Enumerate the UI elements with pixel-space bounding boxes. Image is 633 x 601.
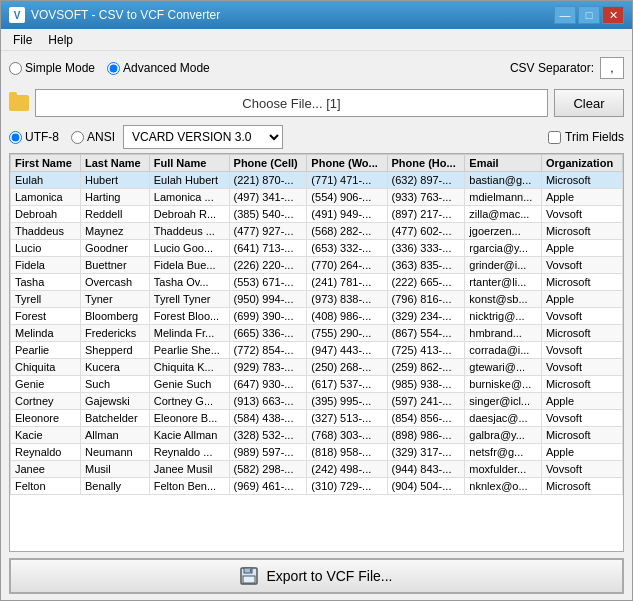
table-cell: (617) 537-...	[307, 376, 387, 393]
table-row[interactable]: DebroahReddellDebroah R...(385) 540-...(…	[11, 206, 623, 223]
folder-icon[interactable]	[9, 95, 29, 111]
table-cell: Benally	[81, 478, 150, 495]
table-row[interactable]: ForestBloombergForest Bloo...(699) 390-.…	[11, 308, 623, 325]
table-cell: Reddell	[81, 206, 150, 223]
table-cell: Reynaldo	[11, 444, 81, 461]
table-cell: Goodner	[81, 240, 150, 257]
table-cell: (904) 504-...	[387, 478, 465, 495]
data-table-container[interactable]: First Name Last Name Full Name Phone (Ce…	[9, 153, 624, 552]
trim-fields-checkbox[interactable]	[548, 131, 561, 144]
table-row[interactable]: FidelaBuettnerFidela Bue...(226) 220-...…	[11, 257, 623, 274]
table-cell: jgoerzen...	[465, 223, 542, 240]
table-row[interactable]: JaneeMusilJanee Musil(582) 298-...(242) …	[11, 461, 623, 478]
table-cell: Eleonore	[11, 410, 81, 427]
ansi-label[interactable]: ANSI	[71, 130, 115, 144]
table-row[interactable]: ReynaldoNeumannReynaldo ...(989) 597-...…	[11, 444, 623, 461]
table-cell: Tyrell Tyner	[149, 291, 229, 308]
table-row[interactable]: LucioGoodnerLucio Goo...(641) 713-...(65…	[11, 240, 623, 257]
table-cell: (897) 217-...	[387, 206, 465, 223]
table-cell: Vovsoft	[541, 461, 622, 478]
menu-file[interactable]: File	[5, 31, 40, 49]
table-cell: (477) 927-...	[229, 223, 307, 240]
table-cell: Fidela	[11, 257, 81, 274]
table-cell: Debroah R...	[149, 206, 229, 223]
table-row[interactable]: ThaddeusMaynezThaddeus ...(477) 927-...(…	[11, 223, 623, 240]
table-cell: (818) 958-...	[307, 444, 387, 461]
menu-help[interactable]: Help	[40, 31, 81, 49]
table-cell: Tasha Ov...	[149, 274, 229, 291]
vcard-version-select[interactable]: VCARD VERSION 3.0	[123, 125, 283, 149]
export-button[interactable]: Export to VCF File...	[9, 558, 624, 594]
table-cell: corrada@i...	[465, 342, 542, 359]
table-cell: (329) 234-...	[387, 308, 465, 325]
advanced-mode-radio[interactable]	[107, 62, 120, 75]
table-cell: (221) 870-...	[229, 172, 307, 189]
table-cell: (725) 413-...	[387, 342, 465, 359]
utf8-label[interactable]: UTF-8	[9, 130, 59, 144]
table-row[interactable]: KacieAllmanKacie Allman(328) 532-...(768…	[11, 427, 623, 444]
table-cell: Vovsoft	[541, 206, 622, 223]
svg-rect-2	[243, 576, 255, 583]
table-cell: Apple	[541, 189, 622, 206]
table-row[interactable]: EulahHubertEulah Hubert(221) 870-...(771…	[11, 172, 623, 189]
table-cell: Apple	[541, 291, 622, 308]
table-row[interactable]: FeltonBenallyFelton Ben...(969) 461-...(…	[11, 478, 623, 495]
table-cell: Thaddeus	[11, 223, 81, 240]
table-row[interactable]: EleonoreBatchelderEleonore B...(584) 438…	[11, 410, 623, 427]
table-row[interactable]: GenieSuchGenie Such(647) 930-...(617) 53…	[11, 376, 623, 393]
table-cell: (641) 713-...	[229, 240, 307, 257]
table-cell: (408) 986-...	[307, 308, 387, 325]
table-cell: burniske@...	[465, 376, 542, 393]
table-row[interactable]: ChiquitaKuceraChiquita K...(929) 783-...…	[11, 359, 623, 376]
table-cell: gtewari@...	[465, 359, 542, 376]
col-phone-cell: Phone (Cell)	[229, 155, 307, 172]
table-cell: Fidela Bue...	[149, 257, 229, 274]
table-row[interactable]: TyrellTynerTyrell Tyner(950) 994-...(973…	[11, 291, 623, 308]
table-cell: Forest	[11, 308, 81, 325]
table-cell: (259) 862-...	[387, 359, 465, 376]
options-row: UTF-8 ANSI VCARD VERSION 3.0 Trim Fields	[1, 121, 632, 153]
advanced-mode-label[interactable]: Advanced Mode	[107, 61, 210, 75]
minimize-button[interactable]: —	[554, 6, 576, 24]
table-row[interactable]: CortneyGajewskiCortney G...(913) 663-...…	[11, 393, 623, 410]
table-cell: (929) 783-...	[229, 359, 307, 376]
col-org: Organization	[541, 155, 622, 172]
table-row[interactable]: TashaOvercashTasha Ov...(553) 671-...(24…	[11, 274, 623, 291]
table-cell: Tasha	[11, 274, 81, 291]
ansi-radio[interactable]	[71, 131, 84, 144]
close-button[interactable]: ✕	[602, 6, 624, 24]
col-phone-work: Phone (Wo...	[307, 155, 387, 172]
table-cell: (699) 390-...	[229, 308, 307, 325]
utf8-radio[interactable]	[9, 131, 22, 144]
table-cell: Melinda	[11, 325, 81, 342]
table-row[interactable]: LamonicaHartingLamonica ...(497) 341-...…	[11, 189, 623, 206]
table-cell: Felton Ben...	[149, 478, 229, 495]
table-row[interactable]: MelindaFredericksMelinda Fr...(665) 336-…	[11, 325, 623, 342]
simple-mode-radio[interactable]	[9, 62, 22, 75]
maximize-button[interactable]: □	[578, 6, 600, 24]
table-cell: (497) 341-...	[229, 189, 307, 206]
clear-button[interactable]: Clear	[554, 89, 624, 117]
table-cell: Janee Musil	[149, 461, 229, 478]
table-cell: Such	[81, 376, 150, 393]
table-cell: Kucera	[81, 359, 150, 376]
title-bar: V VOVSOFT - CSV to VCF Converter — □ ✕	[1, 1, 632, 29]
table-cell: Batchelder	[81, 410, 150, 427]
table-cell: (310) 729-...	[307, 478, 387, 495]
table-cell: (385) 540-...	[229, 206, 307, 223]
table-cell: (768) 303-...	[307, 427, 387, 444]
table-cell: Allman	[81, 427, 150, 444]
table-row[interactable]: PearlieShepperdPearlie She...(772) 854-.…	[11, 342, 623, 359]
table-cell: galbra@y...	[465, 427, 542, 444]
file-input-box[interactable]: Choose File... [1]	[35, 89, 548, 117]
simple-mode-label[interactable]: Simple Mode	[9, 61, 95, 75]
table-cell: Vovsoft	[541, 342, 622, 359]
csv-separator-group: CSV Separator:	[510, 57, 624, 79]
table-cell: Microsoft	[541, 376, 622, 393]
csv-separator-input[interactable]	[600, 57, 624, 79]
table-cell: singer@icl...	[465, 393, 542, 410]
table-cell: Lucio Goo...	[149, 240, 229, 257]
table-cell: konst@sb...	[465, 291, 542, 308]
table-cell: rtanter@li...	[465, 274, 542, 291]
table-cell: (854) 856-...	[387, 410, 465, 427]
